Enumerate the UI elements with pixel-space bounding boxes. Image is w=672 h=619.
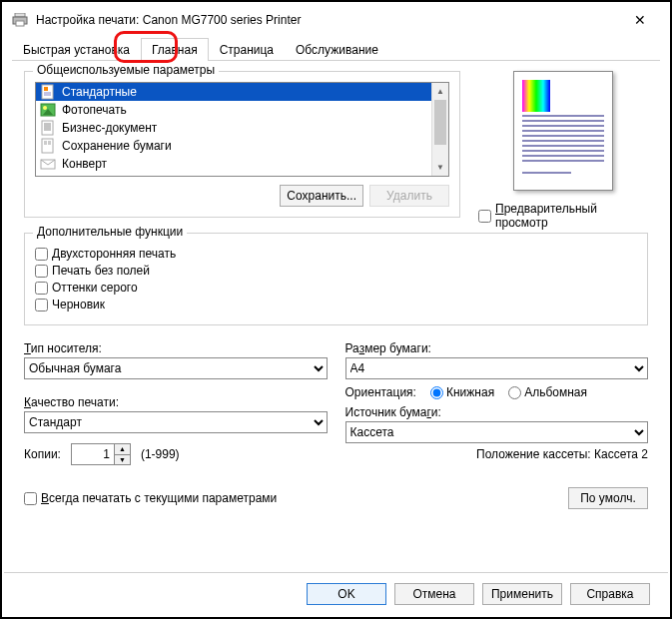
copies-input[interactable] <box>72 444 114 464</box>
svg-rect-4 <box>44 87 48 91</box>
window-title: Настройка печати: Canon MG7700 series Pr… <box>36 13 620 27</box>
paper-size-select[interactable]: A4 <box>345 357 649 379</box>
list-item[interactable]: Фотопечать <box>36 101 431 119</box>
duplex-label[interactable]: Двухсторонняя печать <box>52 247 176 261</box>
scroll-down-icon[interactable]: ▼ <box>432 159 448 176</box>
group-common-label: ООбщеиспользуемые параметрыбщеиспользуем… <box>33 63 219 77</box>
preview-checkbox[interactable] <box>478 210 491 223</box>
list-item[interactable]: Бизнес-документ <box>36 119 431 137</box>
spin-down-icon[interactable]: ▼ <box>115 455 130 465</box>
list-item[interactable]: Стандартные <box>36 83 431 101</box>
tab-page[interactable]: Страница <box>209 38 285 61</box>
ok-button[interactable]: OK <box>307 583 386 605</box>
scrollbar[interactable]: ▲ ▼ <box>431 83 448 176</box>
cancel-button[interactable]: Отмена <box>394 583 474 605</box>
quality-label: Качество печати: <box>24 395 328 409</box>
draft-label[interactable]: Черновик <box>52 298 105 311</box>
svg-rect-16 <box>44 141 47 145</box>
spin-up-icon[interactable]: ▲ <box>115 444 130 455</box>
envelope-icon <box>40 156 56 172</box>
page-preview <box>513 71 613 191</box>
paper-save-icon <box>40 138 56 154</box>
help-button[interactable]: Справка <box>570 583 650 605</box>
orientation-landscape-radio[interactable] <box>508 386 521 399</box>
svg-rect-0 <box>15 13 25 17</box>
media-type-select[interactable]: Обычная бумага <box>24 357 328 379</box>
list-item[interactable]: Конверт <box>36 155 431 173</box>
quality-select[interactable]: Стандарт <box>24 411 328 433</box>
paper-source-select[interactable]: Кассета <box>345 421 649 443</box>
duplex-checkbox[interactable] <box>35 248 48 261</box>
save-preset-button[interactable]: Сохранить... <box>280 185 363 207</box>
borderless-checkbox[interactable] <box>35 265 48 278</box>
copies-label: Копии: <box>24 447 61 461</box>
borderless-label[interactable]: Печать без полей <box>52 264 150 278</box>
draft-checkbox[interactable] <box>35 299 48 311</box>
defaults-button[interactable]: По умолч. <box>568 487 648 509</box>
always-print-label[interactable]: Всегда печатать с текущими параметрами <box>41 491 277 505</box>
cassette-position-note: Положение кассеты: Кассета 2 <box>345 447 649 461</box>
group-extra-label: Дополнительные функции <box>33 225 187 239</box>
always-print-checkbox[interactable] <box>24 492 37 505</box>
paper-source-label: Источник бумаги: <box>345 405 649 419</box>
tab-main[interactable]: Главная <box>141 38 209 61</box>
orientation-portrait-label[interactable]: Книжная <box>446 385 494 399</box>
copies-spinner[interactable]: ▲▼ <box>71 443 131 465</box>
document-icon <box>40 84 56 100</box>
tab-service[interactable]: Обслуживание <box>285 38 389 61</box>
copies-range: (1-999) <box>141 447 180 461</box>
orientation-label: Ориентация: <box>345 385 416 399</box>
media-type-label: Тип носителя: <box>24 341 328 355</box>
svg-rect-15 <box>42 139 53 153</box>
svg-rect-17 <box>48 141 51 145</box>
presets-listbox[interactable]: Стандартные Фотопечать Бизнес-документ <box>35 82 449 177</box>
apply-button[interactable]: Применить <box>482 583 562 605</box>
grayscale-label[interactable]: Оттенки серого <box>52 281 138 295</box>
scroll-up-icon[interactable]: ▲ <box>432 83 448 100</box>
delete-preset-button: Удалить <box>369 185 449 207</box>
list-item[interactable]: Сохранение бумаги <box>36 137 431 155</box>
printer-icon <box>12 13 28 27</box>
tab-quick-setup[interactable]: Быстрая установка <box>12 38 141 61</box>
svg-rect-2 <box>16 21 24 26</box>
svg-point-8 <box>43 106 47 110</box>
scroll-thumb[interactable] <box>434 100 446 145</box>
orientation-landscape-label[interactable]: Альбомная <box>524 385 587 399</box>
grayscale-checkbox[interactable] <box>35 282 48 295</box>
photo-icon <box>40 102 56 118</box>
business-doc-icon <box>40 120 56 136</box>
preview-checkbox-label[interactable]: Предварительный просмотр <box>495 202 648 230</box>
orientation-portrait-radio[interactable] <box>430 386 443 399</box>
paper-size-label: Размер бумаги: <box>345 341 649 355</box>
close-button[interactable]: ✕ <box>620 12 660 28</box>
